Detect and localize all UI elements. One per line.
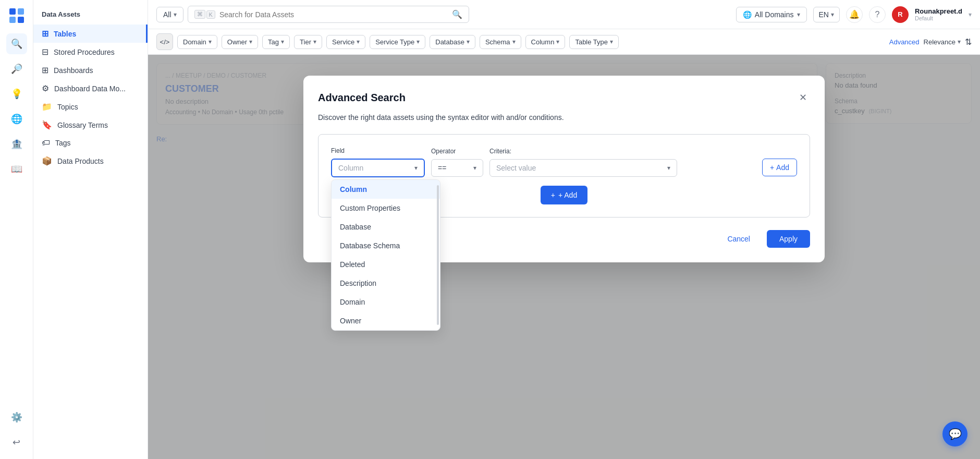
sidebar-item-label-tables: Tables (54, 30, 76, 38)
relevance-label: Relevance (924, 38, 956, 46)
relevance-chevron-icon: ▾ (958, 38, 961, 45)
sidebar-item-dashboards[interactable]: ⊞ Dashboards (33, 61, 148, 79)
add-condition-button[interactable]: + Add (762, 159, 797, 176)
sidebar-item-glossary-terms[interactable]: 🔖 Glossary Terms (33, 116, 148, 134)
sidebar-icon-settings[interactable]: ⚙️ (6, 407, 27, 428)
filter-schema-button[interactable]: Schema ▾ (480, 35, 521, 49)
filter-bar-right: Advanced Relevance ▾ ⇅ (889, 37, 972, 47)
dropdown-item-description[interactable]: Description (332, 274, 440, 293)
filter-schema-label: Schema (485, 38, 510, 46)
chat-icon: 💬 (949, 428, 962, 440)
cancel-button[interactable]: Cancel (717, 230, 761, 248)
sidebar-item-label-dashboards: Dashboards (54, 66, 93, 75)
modal-description: Discover the right data assets using the… (318, 113, 810, 122)
chat-button[interactable]: 💬 (942, 421, 967, 446)
apply-button[interactable]: Apply (767, 230, 810, 248)
criteria-chevron-icon: ▾ (667, 164, 670, 172)
nav-sidebar: Data Assets ⊞ Tables ⊟ Stored Procedures… (33, 0, 148, 459)
sidebar-icon-insights[interactable]: 💡 (6, 83, 27, 104)
filter-database-button[interactable]: Database ▾ (430, 35, 475, 49)
tables-icon: ⊞ (42, 29, 48, 39)
operator-chevron-icon: ▾ (473, 164, 476, 172)
criteria-label-group: Criteria: Select value ▾ (489, 148, 756, 177)
criteria-select-button[interactable]: Select value ▾ (489, 159, 677, 177)
kbd-k: K (206, 10, 215, 19)
data-products-icon: 📦 (42, 156, 52, 166)
sidebar-icon-globe[interactable]: 🌐 (6, 108, 27, 129)
sidebar-icon-logout[interactable]: ↩ (6, 432, 27, 453)
domain-chevron-icon: ▾ (797, 11, 800, 18)
filter-domain-button[interactable]: Domain ▾ (177, 35, 217, 49)
sidebar-item-label-glossary: Glossary Terms (57, 121, 108, 129)
dashboards-icon: ⊞ (42, 65, 48, 75)
globe-icon: 🌐 (743, 10, 752, 19)
filter-column-chevron-icon: ▾ (556, 38, 559, 45)
user-role: Default (915, 15, 962, 21)
svg-rect-0 (9, 8, 16, 15)
code-view-button[interactable]: </> (156, 33, 173, 50)
sort-button[interactable]: ⇅ (965, 37, 972, 47)
filter-tier-button[interactable]: Tier ▾ (294, 35, 322, 49)
add-condition-label: Add (776, 163, 789, 172)
filter-table-type-button[interactable]: Table Type ▾ (569, 35, 619, 49)
add-row-icon: + (551, 191, 555, 199)
search-all-button[interactable]: All ▾ (156, 7, 183, 22)
dropdown-item-deleted[interactable]: Deleted (332, 255, 440, 274)
modal-overlay[interactable]: Advanced Search ✕ Discover the right dat… (148, 55, 980, 459)
advanced-button[interactable]: Advanced (889, 38, 920, 46)
sidebar-icon-discover[interactable]: 🔎 (6, 58, 27, 79)
svg-rect-1 (18, 8, 24, 15)
modal-header: Advanced Search ✕ (318, 90, 810, 105)
stored-procedures-icon: ⊟ (42, 47, 48, 57)
operator-select-button[interactable]: == ▾ (431, 159, 483, 177)
relevance-button[interactable]: Relevance ▾ (924, 38, 961, 46)
sidebar-item-tables[interactable]: ⊞ Tables (33, 25, 148, 43)
filter-service-type-label: Service Type (375, 38, 414, 46)
app-logo[interactable] (7, 6, 26, 25)
dropdown-item-custom-properties[interactable]: Custom Properties (332, 199, 440, 218)
kbd-cmd: ⌘ (194, 10, 205, 19)
sidebar-icon-quality[interactable]: 🏦 (6, 134, 27, 154)
filter-service-type-button[interactable]: Service Type ▾ (370, 35, 425, 49)
notifications-button[interactable]: 🔔 (846, 6, 863, 23)
search-input[interactable] (219, 10, 448, 19)
filter-owner-button[interactable]: Owner ▾ (222, 35, 258, 49)
filter-column-label: Column (531, 38, 555, 46)
language-button[interactable]: EN ▾ (813, 7, 840, 22)
dropdown-item-column[interactable]: Column (332, 180, 440, 199)
kbd-hint: ⌘ K (194, 10, 215, 19)
dropdown-item-owner[interactable]: Owner (332, 311, 440, 330)
builder-row: Field Column ▾ Column (331, 147, 797, 177)
dropdown-item-domain[interactable]: Domain (332, 293, 440, 311)
search-input-wrap: ⌘ K 🔍 (188, 6, 469, 23)
user-info: Rounakpreet.d Default (915, 7, 962, 21)
sidebar-item-topics[interactable]: 📁 Topics (33, 98, 148, 116)
modal-close-button[interactable]: ✕ (795, 90, 810, 105)
sidebar-icon-book[interactable]: 📖 (6, 159, 27, 179)
dropdown-item-database[interactable]: Database (332, 218, 440, 236)
advanced-search-modal: Advanced Search ✕ Discover the right dat… (303, 76, 825, 262)
avatar[interactable]: R (892, 6, 909, 23)
top-bar-right: 🌐 All Domains ▾ EN ▾ 🔔 ? R Rounakpreet.d (736, 6, 972, 23)
sidebar-item-label-topics: Topics (57, 103, 78, 111)
operator-value: == (438, 164, 446, 172)
sidebar-item-dashboard-data-models[interactable]: ⚙ Dashboard Data Mo... (33, 79, 148, 98)
dropdown-item-database-schema[interactable]: Database Schema (332, 236, 440, 255)
help-button[interactable]: ? (869, 6, 886, 23)
field-select: Column ▾ Column (331, 159, 425, 177)
add-row-button[interactable]: + + Add (541, 186, 587, 204)
sidebar-item-stored-procedures[interactable]: ⊟ Stored Procedures (33, 43, 148, 61)
sidebar-icon-search[interactable]: 🔍 (6, 33, 27, 54)
domain-button[interactable]: 🌐 All Domains ▾ (736, 7, 807, 22)
filter-tag-button[interactable]: Tag ▾ (262, 35, 290, 49)
dropdown-scrollbar (437, 185, 439, 325)
field-select-button[interactable]: Column ▾ (331, 159, 425, 177)
filter-service-button[interactable]: Service ▾ (326, 35, 365, 49)
modal-title: Advanced Search (318, 92, 406, 104)
field-dropdown: Column Custom Properties Database (331, 179, 440, 331)
filter-tier-chevron-icon: ▾ (313, 38, 316, 45)
sidebar-item-data-products[interactable]: 📦 Data Products (33, 152, 148, 170)
dashboard-data-models-icon: ⚙ (42, 83, 49, 93)
filter-column-button[interactable]: Column ▾ (525, 35, 566, 49)
sidebar-item-tags[interactable]: 🏷 Tags (33, 134, 148, 152)
